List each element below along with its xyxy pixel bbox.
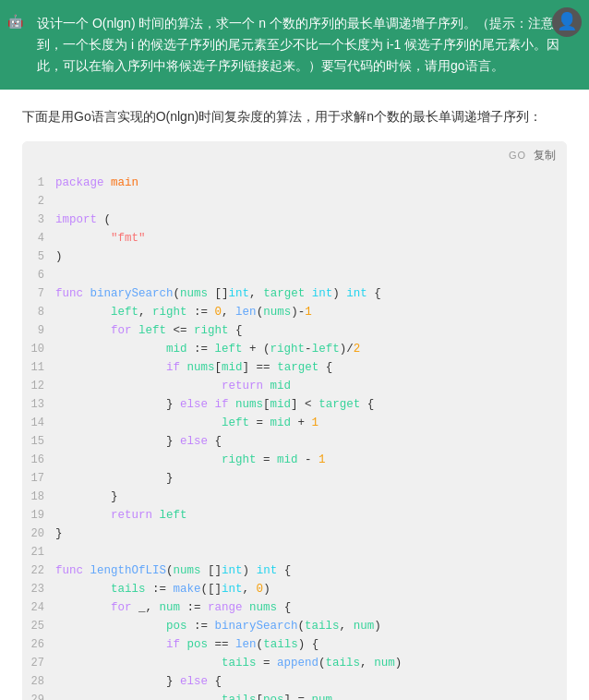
- line-number: 27: [22, 654, 55, 672]
- code-line: 1 package main: [22, 174, 567, 192]
- description-text: 下面是用Go语言实现的O(nlgn)时间复杂度的算法，用于求解n个数的最长单调递…: [22, 106, 567, 128]
- line-content: right = mid - 1: [55, 451, 567, 469]
- code-line: 12 return mid: [22, 377, 567, 395]
- line-content: } else if nums[mid] < target {: [55, 395, 567, 414]
- description-section: 下面是用Go语言实现的O(nlgn)时间复杂度的算法，用于求解n个数的最长单调递…: [0, 90, 589, 700]
- code-line: 14 left = mid + 1: [22, 414, 567, 432]
- line-number: 20: [22, 525, 55, 543]
- line-number: 5: [22, 247, 55, 266]
- code-line: 3 import (: [22, 211, 567, 229]
- line-number: 10: [22, 340, 55, 358]
- line-content: return left: [55, 506, 567, 525]
- line-number: 6: [22, 266, 55, 284]
- code-line: 10 mid := left + (right-left)/2: [22, 340, 567, 358]
- code-line: 4 "fmt": [22, 229, 567, 247]
- line-number: 14: [22, 414, 55, 432]
- line-content: for _, num := range nums {: [55, 598, 567, 617]
- line-content: package main: [55, 174, 567, 192]
- line-content: }: [55, 525, 567, 543]
- code-line: 29 tails[pos] = num: [22, 691, 567, 700]
- code-line: 28 } else {: [22, 672, 567, 691]
- code-line: 24 for _, num := range nums {: [22, 598, 567, 617]
- code-line: 6: [22, 266, 567, 284]
- line-number: 2: [22, 192, 55, 211]
- line-content: func binarySearch(nums []int, target int…: [55, 284, 567, 303]
- line-number: 26: [22, 635, 55, 654]
- line-number: 24: [22, 598, 55, 617]
- line-number: 13: [22, 395, 55, 414]
- line-content: mid := left + (right-left)/2: [55, 340, 567, 358]
- bot-icon: 🤖: [7, 11, 28, 31]
- line-content: for left <= right {: [55, 321, 567, 340]
- code-line: 22 func lengthOfLIS(nums []int) int {: [22, 561, 567, 580]
- line-content: return mid: [55, 377, 567, 395]
- line-number: 21: [22, 543, 55, 561]
- code-line: 21: [22, 543, 567, 561]
- code-line: 11 if nums[mid] == target {: [22, 358, 567, 377]
- line-number: 15: [22, 432, 55, 451]
- code-line: 9 for left <= right {: [22, 321, 567, 340]
- code-line: 20 }: [22, 525, 567, 543]
- code-line: 19 return left: [22, 506, 567, 525]
- line-content: tails := make([]int, 0): [55, 580, 567, 598]
- line-number: 25: [22, 617, 55, 635]
- line-content: left = mid + 1: [55, 414, 567, 432]
- code-line: 2: [22, 192, 567, 211]
- code-area: 1 package main 2 3 import ( 4 "fmt" 5: [22, 170, 567, 700]
- code-line: 25 pos := binarySearch(tails, num): [22, 617, 567, 635]
- line-content: tails[pos] = num: [55, 691, 567, 700]
- line-number: 1: [22, 174, 55, 192]
- line-number: 4: [22, 229, 55, 247]
- line-content: ): [55, 247, 567, 266]
- line-number: 9: [22, 321, 55, 340]
- line-number: 29: [22, 691, 55, 700]
- code-line: 17 }: [22, 469, 567, 488]
- line-number: 19: [22, 506, 55, 525]
- line-number: 17: [22, 469, 55, 488]
- line-content: pos := binarySearch(tails, num): [55, 617, 567, 635]
- code-line: 7 func binarySearch(nums []int, target i…: [22, 284, 567, 303]
- code-line: 8 left, right := 0, len(nums)-1: [22, 303, 567, 321]
- line-number: 3: [22, 211, 55, 229]
- line-content: } else {: [55, 672, 567, 691]
- line-number: 18: [22, 488, 55, 506]
- code-lang-label: GO: [509, 147, 526, 164]
- code-line: 15 } else {: [22, 432, 567, 451]
- line-content: func lengthOfLIS(nums []int) int {: [55, 561, 567, 580]
- code-block-header: GO 复制: [22, 141, 567, 170]
- line-number: 11: [22, 358, 55, 377]
- banner-text: 设计一个 O(nlgn) 时间的算法，求一个 n 个数的序列的最长单调递增子序列…: [37, 16, 559, 73]
- line-content: }: [55, 488, 567, 506]
- line-content: }: [55, 469, 567, 488]
- line-number: 12: [22, 377, 55, 395]
- copy-button[interactable]: 复制: [534, 148, 556, 163]
- line-content: if pos == len(tails) {: [55, 635, 567, 654]
- line-number: 7: [22, 284, 55, 303]
- code-line: 16 right = mid - 1: [22, 451, 567, 469]
- code-line: 5 ): [22, 247, 567, 266]
- line-content: left, right := 0, len(nums)-1: [55, 303, 567, 321]
- code-line: 18 }: [22, 488, 567, 506]
- line-content: if nums[mid] == target {: [55, 358, 567, 377]
- line-content: "fmt": [55, 229, 567, 247]
- code-line: 23 tails := make([]int, 0): [22, 580, 567, 598]
- line-content: } else {: [55, 432, 567, 451]
- line-number: 16: [22, 451, 55, 469]
- top-banner: 🤖 设计一个 O(nlgn) 时间的算法，求一个 n 个数的序列的最长单调递增子…: [0, 0, 589, 90]
- line-number: 23: [22, 580, 55, 598]
- line-content: tails = append(tails, num): [55, 654, 567, 672]
- avatar: 👤: [552, 7, 582, 37]
- code-line: 13 } else if nums[mid] < target {: [22, 395, 567, 414]
- code-line: 27 tails = append(tails, num): [22, 654, 567, 672]
- line-content: import (: [55, 211, 567, 229]
- line-number: 28: [22, 672, 55, 691]
- line-number: 22: [22, 561, 55, 580]
- code-block: GO 复制 1 package main 2 3 import ( 4: [22, 141, 567, 700]
- line-number: 8: [22, 303, 55, 321]
- code-line: 26 if pos == len(tails) {: [22, 635, 567, 654]
